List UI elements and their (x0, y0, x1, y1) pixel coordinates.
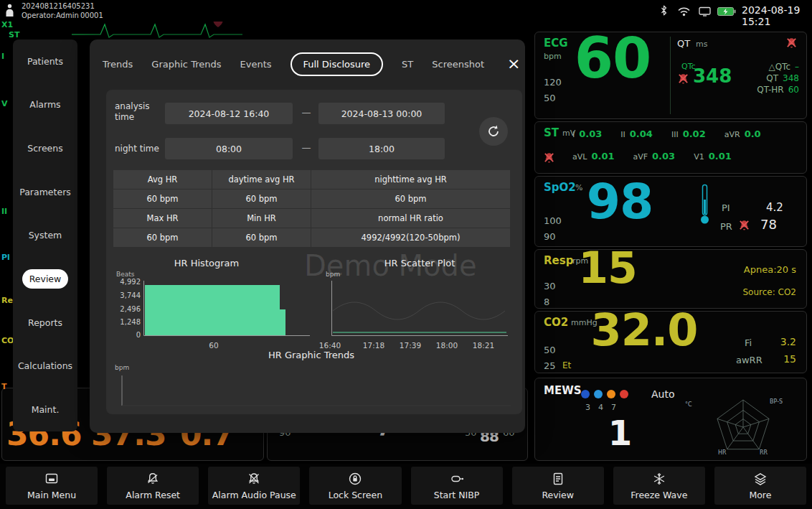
resp-value: 15 (568, 244, 647, 291)
st-lead-name: V1 (694, 152, 704, 162)
stats-table: Avg HR daytime avg HR nighttime avg HR 6… (113, 170, 509, 247)
sidebar-item-review[interactable]: Review (22, 269, 69, 289)
qthr-value: 60 (788, 84, 799, 95)
stats-cell: normal HR ratio (311, 209, 510, 228)
tab-events[interactable]: Events (240, 59, 271, 70)
radar-label-bps: BP-S (770, 398, 783, 405)
co2-alarm-low: 25 (544, 360, 556, 371)
main-menu-icon (44, 472, 59, 486)
ecg-panel[interactable]: ECG bpm 120 50 60 QT ms QTc 348 △QTc– QT… (534, 32, 807, 119)
spo2-panel[interactable]: SpO2 % 100 90 98 PI 4.2 PR 78 (534, 176, 807, 247)
wave-label-st: ST (9, 30, 19, 39)
alarm-reset-icon (146, 472, 160, 486)
toolbar-button-freeze-wave[interactable]: Freeze Wave (613, 467, 705, 505)
pi-value: 4.2 (766, 201, 783, 214)
sidebar-item-maint[interactable]: Maint. (24, 400, 67, 419)
mews-threshold: 3 (585, 403, 590, 412)
st-panel[interactable]: ST mV I0.03 II0.04 III0.02 aVR0.0 aVL0.0… (534, 121, 807, 174)
operator-label: Operator:Admin (22, 11, 79, 20)
st-lead-name: I (572, 130, 575, 139)
clock-datetime: 2024-08-19 15:21 (742, 4, 812, 27)
sidebar-item-parameters[interactable]: Parameters (12, 182, 78, 202)
sidebar-item-screens[interactable]: Screens (20, 139, 70, 158)
histogram-ytick: 3,744 (109, 291, 141, 299)
alarm-off-icon (786, 37, 797, 51)
qt-unit: ms (696, 39, 707, 49)
spo2-value: 98 (570, 175, 670, 229)
tab-graphic-trends[interactable]: Graphic Trends (151, 59, 221, 70)
histogram-plot (143, 281, 310, 337)
toolbar-button-label: Freeze Wave (631, 490, 687, 500)
refresh-button[interactable] (479, 117, 508, 146)
tab-trends[interactable]: Trends (103, 59, 133, 70)
ecg-alarm-low: 50 (544, 93, 556, 103)
close-button[interactable]: × (503, 55, 524, 73)
resp-apnea-setting: Apnea:20 s (744, 264, 796, 275)
resp-alarm-high: 30 (544, 281, 556, 291)
fi-value: 3.2 (780, 336, 796, 347)
histogram-ytick: 2,496 (109, 305, 141, 313)
sidebar-item-reports[interactable]: Reports (21, 313, 70, 332)
fi-label: Fi (745, 337, 752, 348)
mews-dot (594, 390, 603, 398)
ecg-unit: bpm (544, 52, 562, 61)
histogram-xtick: 60 (192, 341, 235, 350)
toolbar-button-label: Alarm Reset (126, 490, 180, 500)
patient-id-label: 00001 (80, 11, 103, 20)
st-lead-value: 0.02 (683, 129, 706, 139)
analysis-end-field[interactable]: 2024-08-13 00:00 (318, 103, 445, 124)
wave-label-i: I (1, 52, 4, 61)
battery-icon (717, 6, 736, 19)
toolbar-button-label: More (749, 490, 771, 500)
analysis-start-field[interactable]: 2024-08-12 16:40 (165, 103, 293, 124)
night-end-field[interactable]: 18:00 (318, 138, 445, 159)
mews-dot (581, 390, 590, 398)
scatter-xtick: 17:18 (356, 341, 392, 350)
night-start-field[interactable]: 08:00 (165, 138, 293, 159)
sidebar-item-system[interactable]: System (22, 225, 70, 245)
alarm-audio-pause-icon (247, 472, 261, 486)
freeze-wave-icon (652, 472, 666, 486)
histogram-ylabel: Beats (116, 271, 134, 278)
st-label: ST (544, 126, 559, 139)
spo2-alarm-high: 100 (544, 215, 562, 226)
toolbar-button-lock-screen[interactable]: Lock Screen (309, 467, 401, 505)
tab-st[interactable]: ST (402, 59, 413, 70)
qt-detail-stack: △QTc– QT348 QT-HR60 (757, 61, 799, 95)
scatter-xtick: 18:00 (429, 341, 465, 350)
trends-ylabel: bpm (115, 364, 129, 371)
toolbar-button-start-nibp[interactable]: Start NIBP (411, 467, 503, 505)
stats-cell: daytime avg HR (212, 170, 311, 189)
wave-label-re: Re (1, 296, 13, 305)
toolbar-button-label: Lock Screen (329, 490, 382, 500)
sidebar-item-patients[interactable]: Patients (20, 52, 70, 71)
awrr-value: 15 (783, 353, 796, 365)
scatter-xtick: 17:39 (392, 341, 428, 350)
mews-mode: Auto (651, 388, 675, 400)
co2-label: CO2 (544, 316, 568, 329)
sidebar-item-alarms[interactable]: Alarms (22, 95, 67, 114)
alarm-off-icon (739, 220, 750, 233)
review-dialog: Trends Graphic Trends Events Full Disclo… (90, 39, 525, 433)
spo2-alarm-low: 90 (544, 231, 556, 242)
tab-screenshot[interactable]: Screenshot (432, 59, 484, 70)
toolbar-button-more[interactable]: More (714, 467, 806, 505)
wave-label-pl: Pl (1, 253, 10, 262)
toolbar-button-review[interactable]: Review (512, 467, 604, 505)
toolbar-button-alarm-reset[interactable]: Alarm Reset (107, 467, 199, 505)
sidebar-item-calculations[interactable]: Calculations (11, 356, 80, 375)
resp-panel[interactable]: Resp rpm 15 30 8 Apnea:20 s Source: CO2 (534, 249, 807, 309)
co2-panel[interactable]: CO2 mmHg 32.0 50 25 Et Fi 3.2 awRR 15 (534, 311, 807, 373)
mews-panel[interactable]: MEWS 3 4 7 Auto 1 °C BP-S HR RR (534, 378, 807, 461)
toolbar-button-alarm-audio-pause[interactable]: Alarm Audio Pause (208, 467, 300, 505)
qt-row-value: 348 (783, 73, 799, 84)
scatter-xtick: 16:40 (312, 341, 348, 350)
histogram-ytick: 1,248 (109, 318, 141, 326)
st-lead-name: III (671, 130, 679, 139)
stats-cell: Max HR (113, 209, 212, 228)
alarm-off-icon (678, 73, 689, 87)
toolbar-button-main-menu[interactable]: Main Menu (6, 467, 98, 505)
pi-label: PI (722, 202, 730, 213)
tab-bar: Trends Graphic Trends Events Full Disclo… (103, 50, 515, 78)
tab-full-disclosure[interactable]: Full Disclosure (291, 52, 384, 76)
